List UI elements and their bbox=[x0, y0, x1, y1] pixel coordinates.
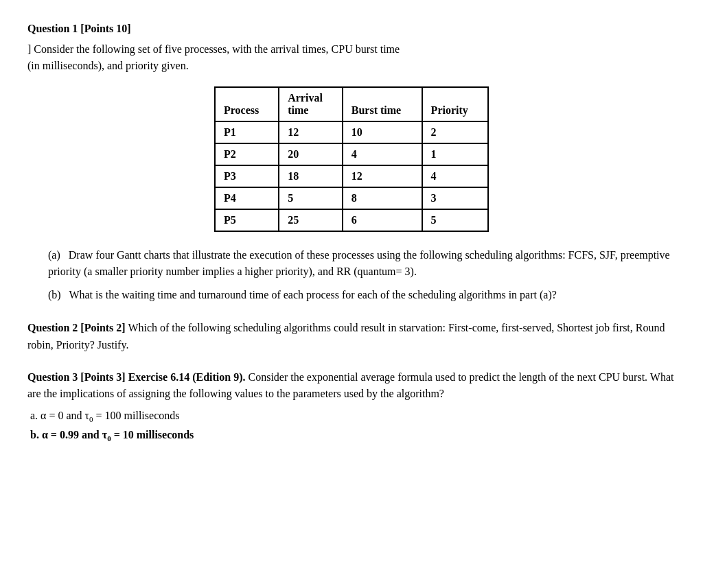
table-cell-2-3: 4 bbox=[422, 165, 488, 187]
q1-sub-items: (a) Draw four Gantt charts that illustra… bbox=[48, 247, 676, 303]
col-process: Process bbox=[215, 87, 279, 121]
q1-sub-b: (b) What is the waiting time and turnaro… bbox=[48, 287, 676, 303]
q1-desc-line1: ] Consider the following set of five pro… bbox=[27, 43, 400, 55]
question-1-title: Question 1 [Points 10] bbox=[27, 21, 676, 37]
table-cell-4-2: 6 bbox=[343, 209, 422, 231]
q3-part-b: b. α = 0.99 and τ0 = 10 milliseconds bbox=[30, 426, 676, 445]
table-cell-2-2: 12 bbox=[343, 165, 422, 187]
table-cell-1-3: 1 bbox=[422, 143, 488, 165]
table-cell-2-0: P3 bbox=[215, 165, 279, 187]
table-cell-2-1: 18 bbox=[279, 165, 343, 187]
col-burst: Burst time bbox=[343, 87, 422, 121]
q3-parts: a. α = 0 and τ0 = 100 milliseconds b. α … bbox=[30, 407, 676, 445]
col-arrival: Arrivaltime bbox=[279, 87, 343, 121]
table-cell-0-1: 12 bbox=[279, 121, 343, 143]
question-1: Question 1 [Points 10] ] Consider the fo… bbox=[27, 21, 676, 303]
q1-sub-b-text: What is the waiting time and turnaround … bbox=[69, 289, 556, 301]
table-cell-1-1: 20 bbox=[279, 143, 343, 165]
table-cell-0-2: 10 bbox=[343, 121, 422, 143]
table-cell-4-0: P5 bbox=[215, 209, 279, 231]
table-cell-3-3: 3 bbox=[422, 187, 488, 209]
q3-part-b-label: b. bbox=[30, 429, 39, 440]
q1-sub-a: (a) Draw four Gantt charts that illustra… bbox=[48, 247, 676, 280]
table-cell-1-0: P2 bbox=[215, 143, 279, 165]
process-table-container: Process Arrivaltime Burst time Priority … bbox=[27, 86, 676, 232]
table-cell-3-1: 5 bbox=[279, 187, 343, 209]
q1-desc-line2: (in milliseconds), and priority given. bbox=[27, 60, 189, 71]
table-row: P22041 bbox=[215, 143, 488, 165]
col-priority: Priority bbox=[422, 87, 488, 121]
table-cell-1-2: 4 bbox=[343, 143, 422, 165]
table-cell-4-3: 5 bbox=[422, 209, 488, 231]
table-cell-3-0: P4 bbox=[215, 187, 279, 209]
table-row: P318124 bbox=[215, 165, 488, 187]
q3-bold-part: Exercise 6.14 (Edition 9). bbox=[128, 371, 246, 383]
q3-part-a-label: a. bbox=[30, 410, 38, 421]
q1-description: ] Consider the following set of five pro… bbox=[27, 41, 676, 74]
table-cell-0-3: 2 bbox=[422, 121, 488, 143]
table-cell-3-2: 8 bbox=[343, 187, 422, 209]
table-cell-4-1: 25 bbox=[279, 209, 343, 231]
q1-sub-a-text: Draw four Gantt charts that illustrate t… bbox=[48, 249, 670, 277]
q3-part-a: a. α = 0 and τ0 = 100 milliseconds bbox=[30, 407, 676, 426]
q1-title-text: Question 1 [Points 10] bbox=[27, 23, 131, 34]
q3-main-text: Question 3 [Points 3] Exercise 6.14 (Edi… bbox=[27, 369, 676, 403]
q2-title: Question 2 [Points 2] bbox=[27, 322, 126, 333]
process-table: Process Arrivaltime Burst time Priority … bbox=[214, 86, 489, 232]
table-row: P52565 bbox=[215, 209, 488, 231]
q3-part-a-alpha: α = 0 and τ0 = 100 milliseconds bbox=[41, 410, 179, 421]
q1-sub-b-label: (b) bbox=[48, 289, 61, 301]
q3-part-b-alpha: α = 0.99 and τ0 = 10 milliseconds bbox=[42, 429, 194, 440]
question-2: Question 2 [Points 2] Which of the follo… bbox=[27, 320, 676, 354]
table-row: P4583 bbox=[215, 187, 488, 209]
q1-sub-a-label: (a) bbox=[48, 249, 60, 261]
question-3: Question 3 [Points 3] Exercise 6.14 (Edi… bbox=[27, 369, 676, 445]
table-header-row: Process Arrivaltime Burst time Priority bbox=[215, 87, 488, 121]
q3-title: Question 3 [Points 3] bbox=[27, 371, 126, 383]
table-row: P112102 bbox=[215, 121, 488, 143]
table-cell-0-0: P1 bbox=[215, 121, 279, 143]
